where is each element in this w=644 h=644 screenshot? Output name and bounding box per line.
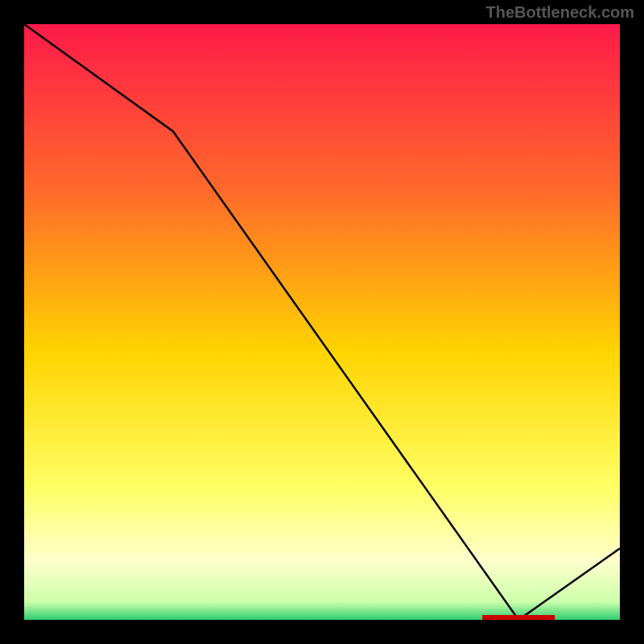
chart-svg: [24, 24, 620, 620]
minimum-marker: [482, 615, 555, 620]
gradient-background: [24, 24, 620, 620]
chart-container: TheBottleneck.com: [0, 0, 644, 644]
plot-area: [24, 24, 620, 620]
watermark: TheBottleneck.com: [486, 3, 634, 22]
